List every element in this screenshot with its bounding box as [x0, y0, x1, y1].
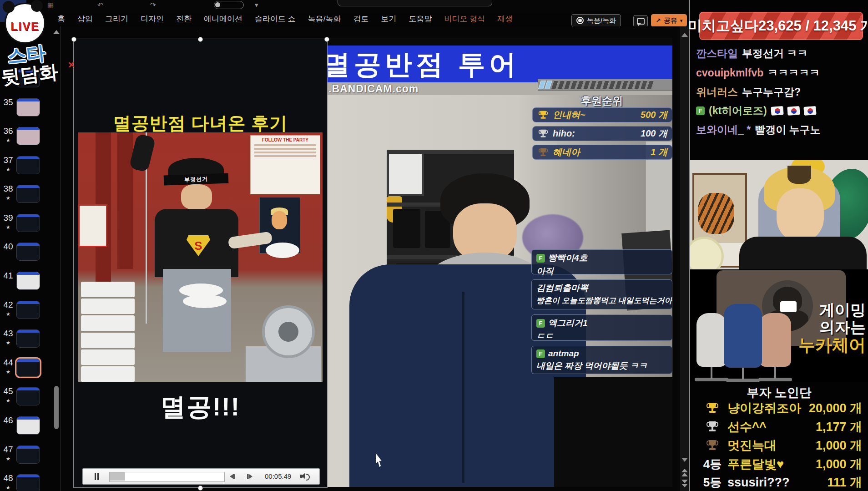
scroll-down-icon[interactable] [681, 458, 688, 462]
slide-preview[interactable] [16, 98, 40, 116]
media-player-bar[interactable]: 00:05.49 [82, 468, 320, 485]
tab-design[interactable]: 디자인 [141, 14, 164, 24]
volume-button[interactable] [300, 473, 309, 480]
slide-thumbnail-46[interactable]: 46 [0, 415, 50, 442]
redo-icon[interactable]: ↷ [150, 1, 156, 9]
tab-transitions[interactable]: 전환 [176, 14, 192, 24]
korea-flag-icon [771, 106, 783, 116]
slide-preview[interactable] [16, 359, 40, 377]
main-scrollbar[interactable] [680, 26, 690, 491]
slide-thumbnail-41[interactable]: 41 [0, 271, 50, 297]
comments-button[interactable] [633, 15, 648, 27]
scrollbar-thumb[interactable] [54, 386, 59, 429]
slide-thumbnail-47[interactable]: 47 ★ [0, 445, 50, 471]
animation-star-icon: ★ [1, 311, 15, 317]
slide-thumbnail-35[interactable]: 35 [0, 97, 50, 124]
frame-back-button[interactable] [227, 472, 237, 481]
chat-message: F (kt히어로즈) [696, 104, 867, 118]
undo-icon[interactable]: ↶ [97, 1, 103, 9]
slide-preview[interactable] [16, 416, 40, 435]
leaderboard-row-1: 냥이강쥐조아 20,000 개 [697, 400, 862, 416]
rotation-handle-stem[interactable] [200, 30, 200, 37]
slide-thumbnail-38[interactable]: 38 ★ [0, 184, 50, 210]
slide-number: 44 [1, 358, 15, 368]
right-video-object[interactable]: 멸공반점 투어 .BANDICAM.com [328, 38, 672, 487]
slide-preview[interactable] [16, 69, 40, 87]
slide-thumbnail-37[interactable]: 37 ★ [0, 155, 50, 182]
selection-handle-bottom-center[interactable] [198, 486, 203, 491]
autosave-toggle[interactable] [214, 1, 244, 9]
selection-handle-top-center[interactable] [198, 37, 203, 42]
donor-name: 혜네아 [553, 146, 580, 158]
chat-text: ㅋㅋㅋㅋㅋ [767, 66, 820, 80]
slide-preview[interactable] [16, 445, 40, 464]
slide-thumbnail-39[interactable]: 39 ★ [0, 213, 50, 239]
frame-forward-button[interactable] [245, 472, 255, 481]
previous-slide-button[interactable] [681, 469, 688, 476]
apron-shape [163, 269, 231, 352]
tab-review[interactable]: 검토 [353, 14, 368, 24]
record-button[interactable]: 녹음/녹화 [571, 14, 621, 27]
slide-preview[interactable] [16, 387, 40, 405]
tab-help[interactable]: 도움말 [409, 14, 432, 24]
slide-preview[interactable] [16, 156, 40, 174]
fan-badge-icon: F [536, 254, 545, 263]
record-button-label: 녹음/녹화 [587, 16, 616, 25]
tab-record[interactable]: 녹음/녹화 [308, 14, 341, 24]
donor-name: 인내혀~ [553, 109, 585, 121]
slide-thumbnail-36[interactable]: 36 ★ [0, 126, 50, 152]
video-title-banner: 멸공반점 투어 [328, 46, 672, 82]
slide-preview[interactable] [16, 272, 40, 290]
slide-thumbnail-43[interactable]: 43 ★ [0, 329, 50, 355]
donation-goal-banner: 미치고싶다23,625 / 12,345 개 [699, 12, 863, 40]
slide-preview[interactable] [16, 301, 40, 319]
takeout-box-stack [81, 282, 135, 382]
slide-preview[interactable] [16, 214, 40, 232]
pause-button[interactable] [95, 473, 99, 480]
slide-thumbnail-34[interactable]: 34 ★ [0, 68, 50, 95]
seek-bar[interactable] [109, 472, 225, 482]
tab-video-format[interactable]: 비디오 형식 [444, 14, 485, 24]
slide-preview[interactable] [16, 243, 40, 261]
tab-animations[interactable]: 애니메이션 [204, 14, 242, 24]
selection-handle-top-left[interactable] [71, 37, 76, 42]
comment-bubble-icon [637, 18, 645, 25]
scroll-up-icon[interactable] [681, 33, 688, 37]
chat-message: 위너러스 누구누구감? [696, 85, 867, 99]
thumbnail-scrollbar[interactable] [53, 26, 60, 491]
slide-thumbnail-42[interactable]: 42 ★ [0, 300, 50, 326]
animation-star-icon: ★ [1, 195, 15, 201]
slide-thumbnail-45[interactable]: 45 ★ [0, 386, 50, 413]
slide-preview[interactable] [16, 329, 40, 348]
leaderboard-row-2: 선수^^ 1,177 개 [697, 419, 862, 435]
tab-draw[interactable]: 그리기 [105, 14, 128, 24]
blue-chair-shape [724, 304, 762, 368]
selection-handle-top-right[interactable] [324, 37, 329, 42]
scroll-up-icon[interactable] [53, 30, 60, 34]
slide-thumbnail-40[interactable]: 40 [0, 242, 50, 268]
video-chat-message: 김컴퇴출마뽁 빵혼이 오늘도짬뽕먹고 내일도먹는거아닌가? [531, 279, 672, 309]
tab-insert[interactable]: 삽입 [77, 14, 93, 24]
slide-thumbnail-48[interactable]: 48 ★ [0, 473, 50, 491]
left-video-object[interactable]: 멸공반점 다녀온 후기 FOLLOW THE PARTY 부정선거 [73, 39, 328, 488]
tab-slideshow[interactable]: 슬라이드 쇼 [255, 14, 296, 24]
tab-view[interactable]: 보기 [381, 14, 396, 24]
chair-ad-banner: 게이밍 의자는 누카체어 [690, 269, 868, 382]
qat-dropdown-icon[interactable]: ▾ [255, 1, 258, 9]
animation-star-icon: ★ [1, 340, 15, 346]
donation-amount: 100 개 [641, 127, 667, 140]
video-chat-message: F 액그리거1 ㄷㄷ [531, 314, 672, 341]
slide-number: 45 [1, 386, 15, 396]
slide-preview[interactable] [16, 474, 40, 491]
share-button[interactable]: ↗ 공유 ▾ [651, 14, 687, 27]
chat-username: antmap [548, 349, 579, 359]
slide-thumbnail-44-selected[interactable]: 44 ★ [0, 358, 50, 384]
webcam-view [690, 160, 868, 269]
search-input[interactable] [338, 0, 492, 6]
chat-text: 빨갱이 누구노 [755, 123, 820, 137]
slide-preview[interactable] [16, 185, 40, 203]
next-slide-button[interactable] [681, 480, 688, 487]
tab-playback[interactable]: 재생 [497, 14, 513, 24]
slide-preview[interactable] [16, 127, 40, 145]
superman-logo-icon: S [187, 235, 210, 256]
